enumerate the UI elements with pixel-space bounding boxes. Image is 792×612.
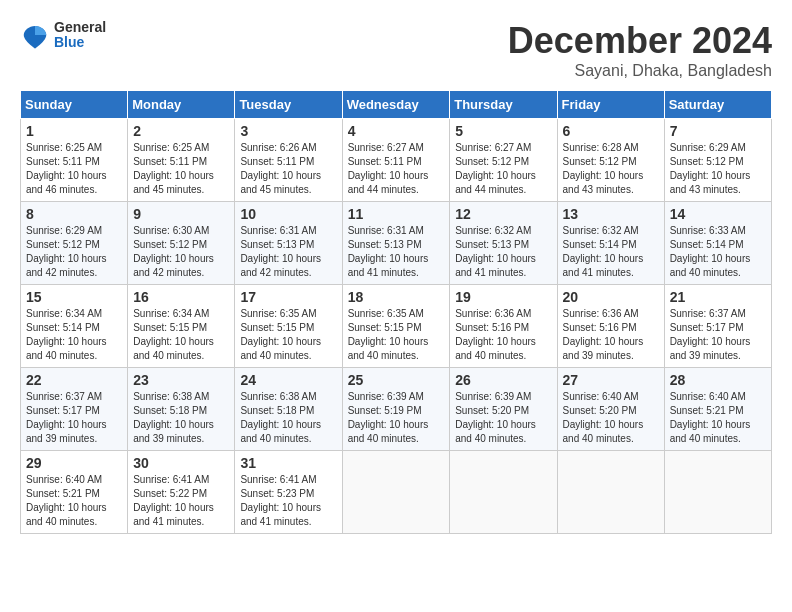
calendar-cell: 31 Sunrise: 6:41 AM Sunset: 5:23 PM Dayl… [235,451,342,534]
sunrise-label: Sunrise: 6:32 AM [563,225,639,236]
sunset-label: Sunset: 5:15 PM [348,322,422,333]
day-info: Sunrise: 6:27 AM Sunset: 5:11 PM Dayligh… [348,141,445,197]
sunset-label: Sunset: 5:21 PM [26,488,100,499]
daylight-label: Daylight: 10 hours and 40 minutes. [455,419,536,444]
sunset-label: Sunset: 5:13 PM [455,239,529,250]
calendar-cell: 12 Sunrise: 6:32 AM Sunset: 5:13 PM Dayl… [450,202,557,285]
sunrise-label: Sunrise: 6:40 AM [670,391,746,402]
daylight-label: Daylight: 10 hours and 40 minutes. [348,336,429,361]
calendar-cell: 24 Sunrise: 6:38 AM Sunset: 5:18 PM Dayl… [235,368,342,451]
sunrise-label: Sunrise: 6:36 AM [563,308,639,319]
daylight-label: Daylight: 10 hours and 41 minutes. [348,253,429,278]
daylight-label: Daylight: 10 hours and 41 minutes. [563,253,644,278]
day-info: Sunrise: 6:36 AM Sunset: 5:16 PM Dayligh… [455,307,551,363]
sunset-label: Sunset: 5:23 PM [240,488,314,499]
calendar-cell: 18 Sunrise: 6:35 AM Sunset: 5:15 PM Dayl… [342,285,450,368]
calendar-cell: 5 Sunrise: 6:27 AM Sunset: 5:12 PM Dayli… [450,119,557,202]
day-info: Sunrise: 6:26 AM Sunset: 5:11 PM Dayligh… [240,141,336,197]
sunrise-label: Sunrise: 6:40 AM [26,474,102,485]
day-number: 19 [455,289,551,305]
calendar-week-row: 1 Sunrise: 6:25 AM Sunset: 5:11 PM Dayli… [21,119,772,202]
day-number: 13 [563,206,659,222]
daylight-label: Daylight: 10 hours and 41 minutes. [455,253,536,278]
daylight-label: Daylight: 10 hours and 44 minutes. [455,170,536,195]
day-number: 24 [240,372,336,388]
daylight-label: Daylight: 10 hours and 43 minutes. [670,170,751,195]
sunrise-label: Sunrise: 6:38 AM [133,391,209,402]
daylight-label: Daylight: 10 hours and 40 minutes. [455,336,536,361]
calendar-cell: 19 Sunrise: 6:36 AM Sunset: 5:16 PM Dayl… [450,285,557,368]
day-info: Sunrise: 6:25 AM Sunset: 5:11 PM Dayligh… [133,141,229,197]
sunrise-label: Sunrise: 6:39 AM [348,391,424,402]
calendar-cell: 27 Sunrise: 6:40 AM Sunset: 5:20 PM Dayl… [557,368,664,451]
daylight-label: Daylight: 10 hours and 42 minutes. [240,253,321,278]
day-number: 12 [455,206,551,222]
calendar-cell: 11 Sunrise: 6:31 AM Sunset: 5:13 PM Dayl… [342,202,450,285]
sunrise-label: Sunrise: 6:38 AM [240,391,316,402]
calendar-cell: 4 Sunrise: 6:27 AM Sunset: 5:11 PM Dayli… [342,119,450,202]
sunset-label: Sunset: 5:18 PM [240,405,314,416]
sunset-label: Sunset: 5:17 PM [670,322,744,333]
sunset-label: Sunset: 5:12 PM [26,239,100,250]
day-number: 28 [670,372,766,388]
col-sunday: Sunday [21,91,128,119]
day-number: 30 [133,455,229,471]
col-monday: Monday [128,91,235,119]
day-info: Sunrise: 6:28 AM Sunset: 5:12 PM Dayligh… [563,141,659,197]
day-number: 5 [455,123,551,139]
day-info: Sunrise: 6:31 AM Sunset: 5:13 PM Dayligh… [348,224,445,280]
sunrise-label: Sunrise: 6:35 AM [240,308,316,319]
day-info: Sunrise: 6:37 AM Sunset: 5:17 PM Dayligh… [26,390,122,446]
day-info: Sunrise: 6:38 AM Sunset: 5:18 PM Dayligh… [133,390,229,446]
calendar-cell: 15 Sunrise: 6:34 AM Sunset: 5:14 PM Dayl… [21,285,128,368]
day-info: Sunrise: 6:29 AM Sunset: 5:12 PM Dayligh… [26,224,122,280]
calendar-table: Sunday Monday Tuesday Wednesday Thursday… [20,90,772,534]
day-number: 15 [26,289,122,305]
day-info: Sunrise: 6:39 AM Sunset: 5:19 PM Dayligh… [348,390,445,446]
calendar-cell: 7 Sunrise: 6:29 AM Sunset: 5:12 PM Dayli… [664,119,771,202]
calendar-cell: 8 Sunrise: 6:29 AM Sunset: 5:12 PM Dayli… [21,202,128,285]
col-friday: Friday [557,91,664,119]
day-number: 18 [348,289,445,305]
sunrise-label: Sunrise: 6:34 AM [133,308,209,319]
sunrise-label: Sunrise: 6:27 AM [455,142,531,153]
day-info: Sunrise: 6:29 AM Sunset: 5:12 PM Dayligh… [670,141,766,197]
day-number: 31 [240,455,336,471]
sunset-label: Sunset: 5:11 PM [26,156,100,167]
day-number: 25 [348,372,445,388]
day-info: Sunrise: 6:34 AM Sunset: 5:14 PM Dayligh… [26,307,122,363]
calendar-week-row: 22 Sunrise: 6:37 AM Sunset: 5:17 PM Dayl… [21,368,772,451]
day-number: 26 [455,372,551,388]
day-number: 17 [240,289,336,305]
day-number: 27 [563,372,659,388]
day-number: 9 [133,206,229,222]
calendar-cell [450,451,557,534]
day-number: 11 [348,206,445,222]
daylight-label: Daylight: 10 hours and 46 minutes. [26,170,107,195]
calendar-cell: 20 Sunrise: 6:36 AM Sunset: 5:16 PM Dayl… [557,285,664,368]
sunset-label: Sunset: 5:20 PM [563,405,637,416]
calendar-cell: 14 Sunrise: 6:33 AM Sunset: 5:14 PM Dayl… [664,202,771,285]
day-info: Sunrise: 6:40 AM Sunset: 5:21 PM Dayligh… [26,473,122,529]
day-number: 7 [670,123,766,139]
day-number: 21 [670,289,766,305]
day-number: 23 [133,372,229,388]
sunrise-label: Sunrise: 6:37 AM [670,308,746,319]
sunrise-label: Sunrise: 6:25 AM [133,142,209,153]
calendar-cell: 28 Sunrise: 6:40 AM Sunset: 5:21 PM Dayl… [664,368,771,451]
day-info: Sunrise: 6:40 AM Sunset: 5:20 PM Dayligh… [563,390,659,446]
sunset-label: Sunset: 5:11 PM [240,156,314,167]
daylight-label: Daylight: 10 hours and 39 minutes. [26,419,107,444]
day-info: Sunrise: 6:41 AM Sunset: 5:23 PM Dayligh… [240,473,336,529]
calendar-cell: 9 Sunrise: 6:30 AM Sunset: 5:12 PM Dayli… [128,202,235,285]
sunrise-label: Sunrise: 6:31 AM [240,225,316,236]
sunrise-label: Sunrise: 6:30 AM [133,225,209,236]
day-info: Sunrise: 6:32 AM Sunset: 5:13 PM Dayligh… [455,224,551,280]
day-number: 2 [133,123,229,139]
page-header: General Blue December 2024 Sayani, Dhaka… [20,20,772,80]
sunset-label: Sunset: 5:15 PM [133,322,207,333]
day-info: Sunrise: 6:39 AM Sunset: 5:20 PM Dayligh… [455,390,551,446]
sunset-label: Sunset: 5:15 PM [240,322,314,333]
daylight-label: Daylight: 10 hours and 40 minutes. [670,253,751,278]
sunrise-label: Sunrise: 6:33 AM [670,225,746,236]
